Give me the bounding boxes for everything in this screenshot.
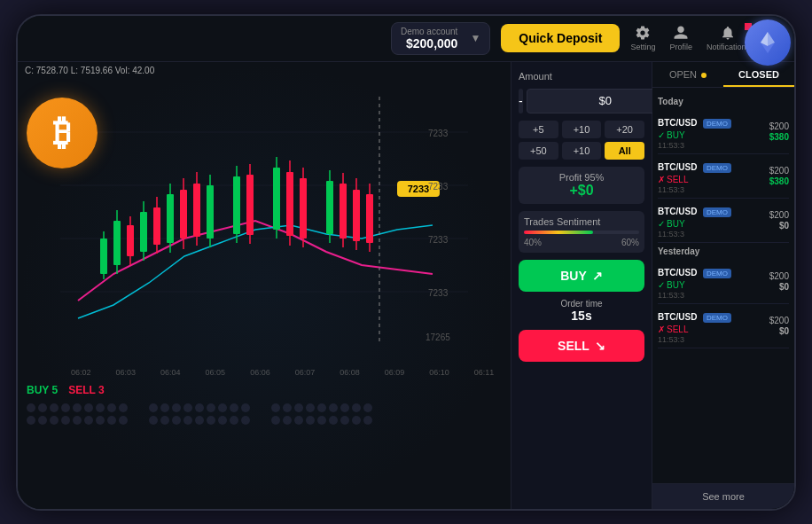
tablet-frame: Demo account $200,000 ▼ Quick Deposit Se…: [16, 14, 796, 511]
profile-icon: [673, 25, 689, 41]
trade-direction-buy: ✓ BUY: [658, 280, 731, 290]
buy-check-icon: ✓: [658, 280, 665, 290]
profile-icon-item[interactable]: Profile: [669, 25, 692, 51]
demo-account: Demo account $200,000: [401, 27, 457, 51]
tab-open[interactable]: OPEN: [652, 62, 723, 87]
demo-badge: DEMO: [703, 163, 731, 173]
svg-text:17265: 17265: [426, 332, 450, 342]
svg-rect-31: [127, 225, 134, 256]
trade-amount: $200: [769, 210, 789, 220]
sentiment-percentages: 40% 60%: [524, 238, 639, 247]
order-time-value: 15s: [519, 309, 644, 323]
svg-rect-37: [180, 190, 187, 239]
trade-time: 11:53:3: [658, 335, 731, 344]
svg-rect-34: [153, 207, 160, 245]
trade-direction-buy: ✓ BUY: [658, 219, 731, 229]
trade-pnl: $0: [779, 326, 789, 336]
profit-section: Profit 95% +$0: [519, 167, 644, 204]
eth-badge: [745, 20, 791, 66]
demo-badge: DEMO: [703, 313, 731, 323]
demo-badge: DEMO: [703, 269, 731, 278]
buy-button[interactable]: BUY ↗: [519, 260, 644, 292]
trade-item: BTC/USD DEMO ✗ SELL 11:53:3 $200 $0: [658, 304, 789, 348]
demo-account-value: $200,000: [406, 36, 457, 51]
account-selector[interactable]: Demo account $200,000 ▼: [391, 22, 490, 55]
quick-amount-5[interactable]: +5: [519, 121, 558, 138]
trade-amount: $200: [769, 166, 789, 176]
trades-tabs: OPEN CLOSED: [652, 62, 794, 88]
trade-amount: $200: [769, 271, 789, 281]
svg-text:7233: 7233: [428, 288, 449, 298]
svg-rect-22: [233, 176, 240, 234]
sentiment-high: 60%: [621, 238, 639, 247]
settings-label: Setting: [630, 43, 655, 51]
trade-pair: BTC/USD: [658, 162, 697, 172]
bell-icon: [720, 25, 736, 41]
profit-value: +$0: [524, 183, 639, 199]
svg-rect-13: [140, 212, 147, 252]
demo-badge: DEMO: [703, 119, 731, 129]
trade-pair: BTC/USD: [658, 268, 697, 278]
trade-time: 11:53:3: [658, 230, 731, 239]
trade-pnl: $0: [779, 221, 789, 231]
chart-area: C: 7528.70 L: 7519.66 Vol: 42.00 ₿: [18, 62, 511, 509]
trade-item: BTC/USD DEMO ✗ SELL 11:53:3 $200 $380: [658, 154, 789, 199]
trade-pair: BTC/USD: [658, 118, 697, 128]
quick-amount-all[interactable]: All: [605, 142, 644, 160]
trade-pair: BTC/USD: [658, 312, 697, 322]
yesterday-label: Yesterday: [658, 246, 789, 256]
trades-panel: OPEN CLOSED Today BTC/USD DEMO: [652, 62, 794, 509]
trade-time: 11:53:3: [658, 141, 731, 150]
trade-amount: $200: [769, 121, 789, 131]
buy-check-icon: ✓: [658, 219, 665, 229]
main-content: C: 7528.70 L: 7519.66 Vol: 42.00 ₿: [18, 62, 794, 509]
profile-label: Profile: [669, 43, 692, 51]
notifications-label: Notifications: [707, 43, 750, 51]
sell-x-icon: ✗: [658, 325, 665, 334]
trade-direction-sell: ✗ SELL: [658, 175, 731, 184]
svg-rect-25: [273, 168, 280, 230]
trade-direction-sell: ✗ SELL: [658, 325, 731, 334]
trade-time: 11:53:3: [658, 185, 731, 194]
quick-amount-10a[interactable]: +10: [562, 121, 602, 138]
bitcoin-logo: ₿: [27, 98, 98, 168]
quick-deposit-button[interactable]: Quick Deposit: [501, 24, 620, 52]
quick-amount-20[interactable]: +20: [605, 121, 644, 138]
svg-rect-7: [100, 239, 107, 274]
trade-item: BTC/USD DEMO ✓ BUY 11:53:3 $200 $0: [658, 260, 789, 304]
see-more-button[interactable]: See more: [652, 483, 794, 509]
open-badge: [701, 73, 707, 78]
sell-x-icon: ✗: [658, 175, 665, 184]
amount-label: Amount: [519, 71, 644, 82]
header: Demo account $200,000 ▼ Quick Deposit Se…: [18, 16, 794, 62]
quick-amount-10b[interactable]: +10: [562, 142, 602, 160]
decrease-amount-button[interactable]: -: [519, 89, 523, 113]
svg-text:7233: 7233: [408, 184, 429, 194]
svg-rect-55: [353, 190, 360, 241]
sentiment-low: 40%: [524, 238, 542, 247]
buy-arrow-icon: ↗: [592, 269, 603, 283]
svg-rect-40: [193, 184, 200, 237]
trade-item: BTC/USD DEMO ✓ BUY 11:53:3 $200 $380: [658, 110, 789, 154]
trade-amount: $200: [769, 316, 789, 325]
notifications-icon-item[interactable]: Notifications: [707, 25, 750, 51]
svg-rect-16: [167, 194, 174, 243]
trade-pnl: $0: [779, 282, 789, 292]
trade-time: 11:53:3: [658, 291, 731, 300]
trade-pnl: $380: [769, 176, 789, 186]
sentiment-fill: [524, 231, 593, 234]
demo-account-label: Demo account: [401, 27, 457, 36]
settings-icon-item[interactable]: Setting: [630, 25, 655, 51]
order-time-section: Order time 15s: [519, 299, 644, 323]
sentiment-section: Trades Sentiment 40% 60%: [519, 211, 644, 253]
svg-rect-52: [340, 184, 347, 239]
trade-pnl: $380: [769, 132, 789, 142]
quick-amount-50[interactable]: +50: [519, 142, 558, 160]
tab-closed[interactable]: CLOSED: [723, 62, 794, 87]
svg-text:7233: 7233: [428, 182, 449, 192]
quick-amounts-grid: +5 +10 +20 +50 +10 All: [519, 121, 644, 160]
gear-icon: [635, 25, 651, 41]
svg-rect-10: [113, 221, 121, 265]
sell-button[interactable]: SELL ↘: [519, 330, 644, 362]
order-time-label: Order time: [519, 299, 644, 309]
